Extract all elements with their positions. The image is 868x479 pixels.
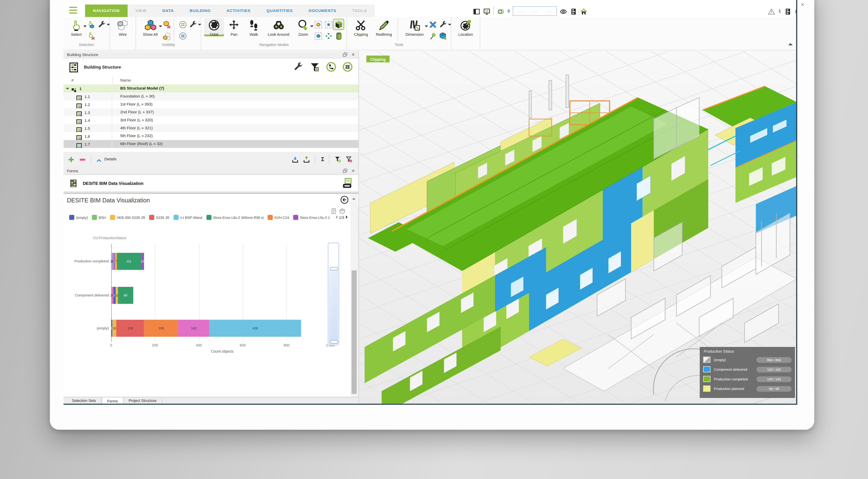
add-element-button[interactable] — [438, 31, 448, 41]
tab-activities[interactable]: ACTIVITIES — [219, 4, 258, 17]
isolate-selected-button[interactable] — [162, 31, 172, 41]
3d-viewport[interactable]: Clipping — [358, 51, 797, 404]
import-icon[interactable] — [292, 155, 299, 162]
list-icon[interactable] — [570, 7, 577, 14]
eye-icon[interactable] — [560, 7, 567, 14]
bottom-tab-forms[interactable]: Forms — [101, 397, 123, 404]
tab-tools[interactable]: TOOLS — [344, 4, 375, 17]
float-panel-icon[interactable] — [342, 168, 347, 173]
view-cube-button[interactable] — [334, 19, 344, 30]
delete-markup-button[interactable] — [428, 19, 438, 30]
tree-row-1.2[interactable]: 1.21st Floor (L » 393) — [64, 100, 359, 108]
tab-view[interactable]: VIEW — [128, 4, 155, 17]
show-all-icon — [144, 19, 156, 31]
tab-building[interactable]: BUILDING — [182, 4, 219, 17]
sum-button[interactable]: Σ — [321, 156, 324, 162]
orbit-button[interactable]: Orbit — [204, 18, 224, 36]
tab-documents[interactable]: DOCUMENTS — [301, 4, 344, 17]
dropdown-icon[interactable] — [198, 24, 202, 27]
legend-swatch — [703, 366, 710, 373]
hide-selected-button[interactable] — [162, 19, 172, 30]
tool-settings-button[interactable] — [438, 19, 448, 30]
hamburger-menu-icon[interactable] — [69, 7, 77, 13]
tab-quantities[interactable]: QUANTITIES — [258, 4, 301, 17]
redlining-button[interactable]: Redlining — [372, 18, 396, 36]
select-elements-button[interactable] — [86, 19, 96, 30]
print-form-icon[interactable] — [341, 178, 352, 189]
bar-value-label: 128 — [127, 326, 133, 330]
structure-settings-icon[interactable] — [293, 62, 304, 72]
warning-icon[interactable] — [768, 7, 775, 14]
visibility-state-blue-button[interactable] — [178, 31, 188, 41]
probe-point-button[interactable] — [428, 31, 438, 41]
export-icon[interactable] — [303, 155, 310, 162]
ribbon-group-label: Visibility — [139, 42, 198, 49]
scroll-up-icon[interactable] — [352, 196, 355, 199]
chart-range-slider[interactable] — [328, 243, 339, 345]
expand-icon[interactable] — [66, 88, 69, 91]
stack-icon[interactable] — [784, 7, 792, 14]
scrollbar-thumb[interactable] — [351, 270, 356, 394]
show-all-button[interactable]: Show All — [139, 18, 162, 36]
structure-view-icon[interactable] — [326, 62, 336, 72]
selection-settings-button[interactable] — [96, 19, 106, 30]
tree-row-1.4[interactable]: 1.43rd Floor (L » 320) — [64, 116, 359, 124]
slider-handle-bottom[interactable] — [330, 340, 338, 344]
float-panel-icon[interactable] — [342, 52, 347, 57]
visibility-state-green-button[interactable] — [178, 19, 188, 30]
zoom-button[interactable]: Zoom — [293, 18, 313, 36]
quick-access-box[interactable]: ··· ··· ··· — [513, 6, 557, 15]
slider-handle-top[interactable] — [330, 267, 338, 270]
close-icon[interactable]: ✕ — [801, 2, 804, 7]
bottom-tab-project-structure[interactable]: Project Structure — [124, 397, 162, 404]
sync-view-icon[interactable] — [483, 7, 490, 14]
tree-row-1.5[interactable]: 1.54th Floor (L » 321) — [64, 124, 359, 132]
tab-data[interactable]: DATA — [155, 4, 182, 17]
clipping-mode-badge: Clipping — [366, 56, 390, 62]
details-chevron-icon[interactable] — [96, 156, 102, 162]
tab-navigation[interactable]: NAVIGATION — [85, 4, 128, 17]
pan-button[interactable]: Pan — [224, 18, 244, 36]
close-panel-icon[interactable]: ✕ — [351, 167, 355, 174]
split-window-icon[interactable] — [473, 7, 480, 14]
location-button[interactable]: Location — [454, 18, 477, 36]
tree-row-1.1[interactable]: 1.1Foundation (L » 30) — [64, 92, 359, 100]
form-list-item[interactable]: DESITE BIM Data Visualzation — [64, 175, 359, 192]
wire-button[interactable]: Wire — [113, 18, 133, 36]
tree-row-1.6[interactable]: 1.65th Floor (L » 232) — [64, 132, 359, 140]
form-scrollbar[interactable] — [350, 194, 358, 397]
dimension-button[interactable]: Dimension — [402, 18, 428, 36]
filter-add-icon[interactable] — [334, 155, 341, 162]
filter-remove-icon[interactable] — [345, 155, 352, 162]
home-icon[interactable] — [580, 7, 587, 14]
lens-pair-icon[interactable] — [497, 7, 505, 14]
focus-frame-button[interactable] — [323, 19, 334, 30]
back-icon[interactable] — [340, 196, 349, 204]
focus-selection-button[interactable] — [313, 19, 323, 30]
focus-element-button[interactable] — [313, 31, 323, 41]
details-label[interactable]: Details — [104, 157, 117, 161]
deselect-button[interactable] — [86, 31, 96, 41]
dropdown-icon[interactable] — [106, 24, 110, 27]
fit-view-button[interactable] — [323, 31, 334, 41]
solid-mode-button[interactable] — [334, 31, 344, 41]
collapse-ribbon-icon[interactable] — [788, 41, 793, 45]
info-icon[interactable] — [795, 7, 797, 14]
category-label: Production completed — [64, 259, 109, 263]
tree-row-1[interactable]: 1BS Structural Model (7) — [64, 85, 359, 93]
tree-column-header: # Name — [64, 76, 359, 85]
remove-node-icon[interactable] — [79, 155, 86, 162]
table-view-icon[interactable] — [342, 62, 353, 72]
select-button[interactable]: Select — [66, 18, 86, 36]
add-node-icon[interactable] — [67, 155, 75, 162]
look-around-button[interactable]: Look Around — [264, 18, 293, 36]
tree-row-1.3[interactable]: 1.32nd Floor (L » 337) — [64, 108, 359, 116]
clipping-button[interactable]: Clipping — [350, 18, 372, 36]
tree-row-1.7[interactable]: 1.76th Floor (Roof) (L » 32) — [64, 140, 359, 148]
bottom-tab-selection-sets[interactable]: Selection Sets — [67, 397, 101, 404]
filter-icon[interactable] — [310, 62, 320, 72]
dropdown-icon[interactable] — [448, 24, 452, 27]
visibility-settings-button[interactable] — [188, 19, 198, 30]
close-panel-icon[interactable]: ✕ — [351, 51, 355, 58]
walk-button[interactable]: Walk — [244, 18, 264, 36]
